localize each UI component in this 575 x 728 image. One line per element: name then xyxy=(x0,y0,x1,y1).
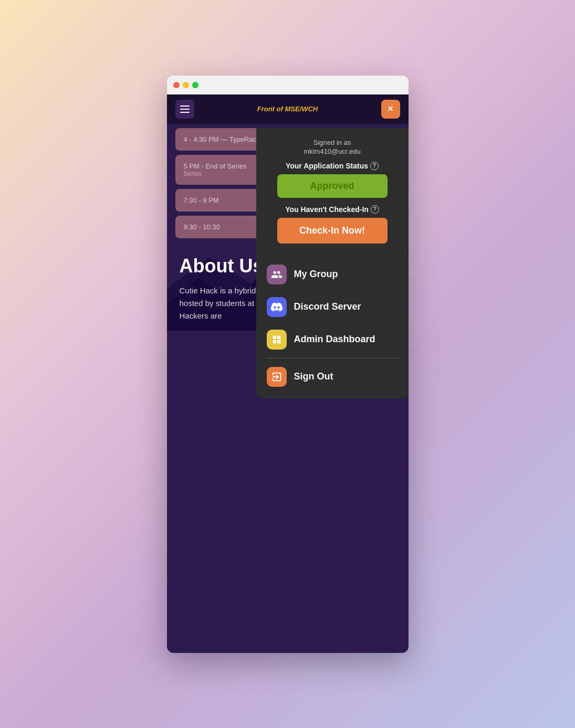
checkin-button[interactable]: Check-In Now! xyxy=(277,218,388,244)
schedule-area: 4 - 4:30 PM — TypeRacer Tournament 5 PM … xyxy=(167,128,409,238)
browser-titlebar xyxy=(167,76,409,94)
page-title: Front of MSE/WCH xyxy=(257,105,318,113)
signout-label: Sign Out xyxy=(294,371,333,382)
admin-label: Admin Dashboard xyxy=(294,334,375,345)
dropdown-header: Signed in as mkim410@ucr.edu Your Applic… xyxy=(256,139,409,255)
menu-button[interactable] xyxy=(175,100,194,119)
discord-label: Discord Server xyxy=(294,301,361,312)
browser-window: Front of MSE/WCH × 4 - 4:30 PM — TypeRac… xyxy=(167,76,409,653)
checkin-help-icon[interactable]: ? xyxy=(371,205,379,214)
app-header: Front of MSE/WCH × xyxy=(167,94,409,124)
approved-button: Approved xyxy=(277,174,388,198)
close-button[interactable]: × xyxy=(381,100,400,119)
dot-fullscreen[interactable] xyxy=(192,82,198,88)
menu-item-signout[interactable]: Sign Out xyxy=(256,361,409,393)
menu-divider xyxy=(267,358,398,358)
dropdown-menu-items: My Group Discord Server xyxy=(256,258,409,393)
app-content: Front of MSE/WCH × 4 - 4:30 PM — TypeRac… xyxy=(167,94,409,653)
admin-icon xyxy=(267,330,287,350)
signout-icon xyxy=(267,367,287,387)
menu-item-discord[interactable]: Discord Server xyxy=(256,291,409,323)
my-group-label: My Group xyxy=(294,269,338,280)
user-email: mkim410@ucr.edu xyxy=(267,147,398,155)
dot-minimize[interactable] xyxy=(183,82,189,88)
help-icon[interactable]: ? xyxy=(370,162,379,170)
dot-close[interactable] xyxy=(173,82,180,88)
menu-item-my-group[interactable]: My Group xyxy=(256,258,409,291)
group-icon xyxy=(267,265,287,284)
menu-item-admin[interactable]: Admin Dashboard xyxy=(256,323,409,356)
discord-icon xyxy=(267,297,287,317)
dropdown-menu: Signed in as mkim410@ucr.edu Your Applic… xyxy=(256,128,409,398)
about-title: About Us xyxy=(180,255,264,277)
checkin-status-label: You Haven't Checked-In ? xyxy=(277,205,388,214)
signed-in-label: Signed in as xyxy=(267,139,398,146)
browser-dots xyxy=(173,82,198,88)
application-status-label: Your Application Status ? xyxy=(267,162,398,170)
